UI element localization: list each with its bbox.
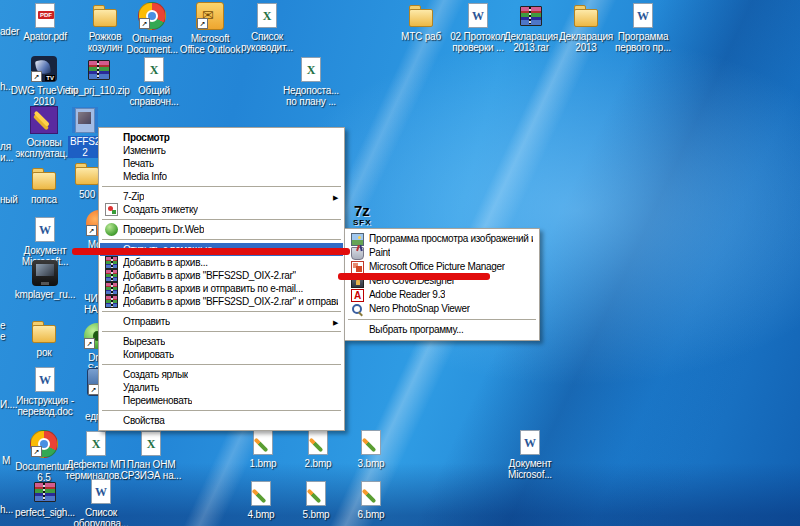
menu-item-label: Удалить xyxy=(123,381,159,394)
desktop-label-fragment[interactable]: И.... xyxy=(0,399,17,410)
desktop-icon[interactable]: 5.bmp xyxy=(287,480,345,520)
desktop-icon[interactable]: Списокруководит... xyxy=(238,2,296,53)
desktop-icon[interactable]: 1.bmp xyxy=(234,429,292,469)
icon-label: 3.bmp xyxy=(358,458,385,469)
excel-icon xyxy=(141,56,167,82)
desktop-icon[interactable]: План ОНМСРЗИЭА на... xyxy=(122,430,180,481)
menu-icon-spacer xyxy=(105,144,118,157)
word-icon xyxy=(32,366,58,392)
desktop-icon[interactable]: Apator.pdf xyxy=(16,2,74,42)
desktop-label-fragment[interactable]: ЧИНА xyxy=(84,293,98,315)
menu-item-print[interactable]: Печать xyxy=(100,157,343,170)
winrar-icon xyxy=(86,56,112,82)
excel-icon xyxy=(254,2,280,28)
desktop-icon[interactable]: МТС раб xyxy=(392,2,450,42)
bmp-icon xyxy=(358,429,384,455)
word-icon xyxy=(465,2,491,28)
desktop-icon[interactable]: 3.bmp xyxy=(342,429,400,469)
chrome-icon xyxy=(138,2,166,30)
desktop-icon[interactable]: ДокументMicrosof... xyxy=(501,429,559,480)
desktop-label-fragment[interactable]: ее xyxy=(0,320,5,342)
icon-label: tip_prj_110.zip xyxy=(68,85,129,96)
desktop-icon[interactable]: Инструкция -перевод.doc xyxy=(16,366,74,417)
bmp-icon xyxy=(305,429,331,455)
desktop-icon[interactable]: kmplayer_ru... xyxy=(16,260,74,300)
menu-icon-spacer xyxy=(105,190,118,203)
desktop-icon[interactable]: рок xyxy=(15,318,73,358)
desktop-icon[interactable]: Общийсправочн... xyxy=(125,56,183,107)
menu-item-cut[interactable]: Вырезать xyxy=(100,335,343,348)
menu-item-archive-email[interactable]: Добавить в архив и отправить по e-mail..… xyxy=(100,282,343,295)
submenu-item-choose-program[interactable]: Выбрать программу... xyxy=(346,323,538,337)
menu-item-create-shortcut[interactable]: Создать ярлык xyxy=(100,368,343,381)
submenu-item-nero-photosnap[interactable]: Nero PhotoSnap Viewer xyxy=(346,302,538,316)
desktop-icon[interactable]: Декларация2013.rar xyxy=(502,2,560,53)
desktop-icon[interactable]: Декларация2013 xyxy=(557,2,615,53)
menu-item-preview[interactable]: Просмотр xyxy=(100,131,343,144)
menu-item-drweb-scan[interactable]: Проверить Dr.Web xyxy=(100,223,343,236)
desktop-label-fragment[interactable]: ляи... xyxy=(0,141,13,163)
menu-item-label: Просмотр xyxy=(123,131,170,144)
menu-item-rename[interactable]: Переименовать xyxy=(100,394,343,407)
menu-icon-spacer xyxy=(105,414,118,427)
winrar-icon xyxy=(518,2,544,28)
desktop-label-fragment[interactable]: h... xyxy=(0,504,13,515)
menu-item-label: 7-Zip xyxy=(123,190,144,203)
icon-label: BFFS22 xyxy=(68,136,102,158)
desktop-icon[interactable]: Списокоборудова... xyxy=(72,478,130,526)
icon-label: рок xyxy=(37,347,52,358)
menu-item-send-to[interactable]: Отправить xyxy=(100,315,343,328)
folder-icon xyxy=(31,318,57,344)
icon-label: 4.bmp xyxy=(248,509,275,520)
desktop-icon[interactable]: DWG TrueView2010 xyxy=(15,56,73,107)
desktop-icon[interactable]: ОпытнаяDocument... xyxy=(123,2,181,55)
menu-icon-spacer xyxy=(351,324,364,337)
desktop-icon[interactable] xyxy=(337,203,395,229)
menu-item-add-to-named-archive[interactable]: Добавить в архив "BFFS2SD_OIX-2.rar" xyxy=(100,269,343,282)
icon-label: 1.bmp xyxy=(250,458,277,469)
submenu-item-adobe-reader[interactable]: Adobe Reader 9.3 xyxy=(346,288,538,302)
submenu-item-picture-manager[interactable]: Microsoft Office Picture Manager xyxy=(346,260,538,274)
desktop-icon[interactable]: Дефекты МПтерминалов... xyxy=(67,430,125,481)
menu-item-edit[interactable]: Изменить xyxy=(100,144,343,157)
icon-label: Декларация2013 xyxy=(559,31,613,53)
menu-item-7zip[interactable]: 7-Zip xyxy=(100,190,343,203)
menu-item-label: Media Info xyxy=(123,170,167,183)
menu-item-label: Paint xyxy=(369,246,390,260)
submenu-item-paint[interactable]: Paint xyxy=(346,246,538,260)
menu-item-copy[interactable]: Копировать xyxy=(100,348,343,361)
desktop-label-fragment[interactable]: М xyxy=(2,455,10,466)
menu-item-add-to-archive[interactable]: Добавить в архив... xyxy=(100,256,343,269)
desktop-icon[interactable]: MicrosoftOffice Outlook xyxy=(181,2,239,55)
icon-label: Программапервого пр... xyxy=(615,31,671,53)
menu-item-label: Microsoft Office Picture Manager xyxy=(369,260,505,274)
shortcut-arrow-icon xyxy=(31,71,42,82)
desktop-icon[interactable]: tip_prj_110.zip xyxy=(70,56,128,96)
icon-label: ляи... xyxy=(0,141,13,163)
desktop-icon[interactable]: perfect_sigh... xyxy=(16,478,74,518)
icon-label: Apator.pdf xyxy=(23,31,67,42)
submenu-item-picture-fax-viewer[interactable]: Программа просмотра изображений и факсов xyxy=(346,232,538,246)
icon-label: ЧИНА xyxy=(84,293,98,315)
desktop-icon[interactable]: 2.bmp xyxy=(289,429,347,469)
menu-item-delete[interactable]: Удалить xyxy=(100,381,343,394)
desktop-icon[interactable]: Недопоста...по плану ... xyxy=(282,56,340,107)
menu-item-label: Переименовать xyxy=(123,394,192,407)
desktop-icon[interactable]: Программапервого пр... xyxy=(614,2,672,53)
context-menu-separator xyxy=(102,239,341,240)
menu-icon-spacer xyxy=(105,368,118,381)
menu-item-create-label[interactable]: Создать этикетку xyxy=(100,203,343,216)
winrar-icon xyxy=(105,256,118,269)
menu-item-label: Печать xyxy=(123,157,154,170)
desktop-icon[interactable]: 02 Протоколпроверки ... xyxy=(449,2,507,53)
word-icon xyxy=(88,478,114,504)
menu-item-named-archive-email[interactable]: Добавить в архив "BFFS2SD_OIX-2.rar" и о… xyxy=(100,295,343,308)
winrar-icon xyxy=(32,478,58,504)
desktop-icon[interactable]: 4.bmp xyxy=(232,480,290,520)
bmp-icon xyxy=(303,480,329,506)
menu-item-label: Добавить в архив и отправить по e-mail..… xyxy=(123,282,303,295)
menu-icon-spacer xyxy=(105,170,118,183)
desktop-icon[interactable]: 6.bmp xyxy=(342,480,400,520)
menu-item-media-info[interactable]: Media Info xyxy=(100,170,343,183)
menu-item-properties[interactable]: Свойства xyxy=(100,414,343,427)
